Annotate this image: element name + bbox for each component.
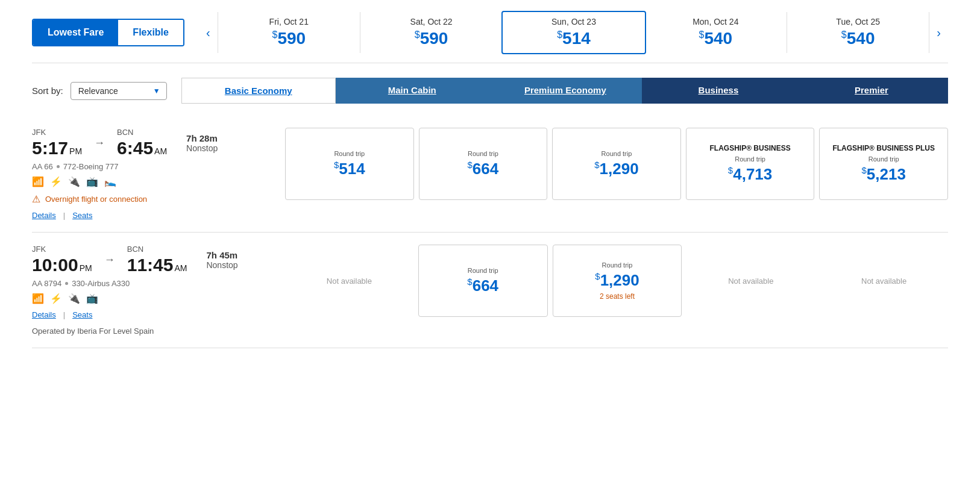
flight-info: JFK 10:00PM → BCN 11:45AM 7h 45m Nonstop… xyxy=(32,245,285,336)
stops: Nonstop xyxy=(186,143,218,153)
date-item-0[interactable]: Fri, Oct 21 $590 xyxy=(218,12,360,53)
date-item-2[interactable]: Sun, Oct 23 $514 xyxy=(501,11,645,54)
fare-label: Round trip xyxy=(868,155,899,163)
flight-row: JFK 10:00PM → BCN 11:45AM 7h 45m Nonstop… xyxy=(32,245,948,336)
usb-icon: 🔌 xyxy=(68,176,80,187)
duration-time: 7h 28m xyxy=(186,133,218,143)
origin-code: JFK xyxy=(32,128,82,137)
overnight-notice: ⚠ Overnight flight or connection xyxy=(32,193,285,205)
fare-card-main[interactable]: Round trip $664 xyxy=(418,245,548,317)
date-item-4[interactable]: Tue, Oct 25 $540 xyxy=(787,12,929,53)
prev-date-arrow[interactable]: ‹ xyxy=(199,26,218,40)
cabin-header-main-cabin[interactable]: Main Cabin xyxy=(336,78,489,104)
seat-icon: 🛌 xyxy=(104,176,116,187)
amenities: 📶 ⚡ 🔌 📺 🛌 xyxy=(32,176,285,187)
date-label: Tue, Oct 25 xyxy=(794,17,922,27)
seats-link[interactable]: Seats xyxy=(72,310,92,319)
origin-block: JFK 5:17PM xyxy=(32,128,82,158)
flight-info: JFK 5:17PM → BCN 6:45AM 7h 28m Nonstop A… xyxy=(32,128,285,220)
fare-label: Round trip xyxy=(468,267,498,274)
fare-card-premium[interactable]: Round trip $1,290 2 seats left xyxy=(553,245,682,317)
next-date-arrow[interactable]: › xyxy=(929,26,948,40)
flight-details-line: AA 8794 330-Airbus A330 xyxy=(32,279,285,288)
fare-card-basic: Not available xyxy=(285,245,413,317)
flagship-title: FLAGSHIP® BUSINESS xyxy=(709,144,790,154)
flight-times: JFK 10:00PM → BCN 11:45AM 7h 45m Nonstop xyxy=(32,245,285,275)
dropdown-arrow-icon: ▼ xyxy=(153,87,160,95)
details-link[interactable]: Details xyxy=(32,310,56,319)
fare-cards: Not available Round trip $664 Round trip… xyxy=(285,245,948,317)
power-icon: ⚡ xyxy=(50,293,62,304)
flexible-button[interactable]: Flexible xyxy=(118,20,183,45)
fare-card-premium[interactable]: Round trip $1,290 xyxy=(552,128,681,200)
date-price: $590 xyxy=(368,29,495,48)
overnight-text: Overnight flight or connection xyxy=(45,195,147,204)
fare-card-main[interactable]: Round trip $664 xyxy=(419,128,548,200)
lowest-fare-button[interactable]: Lowest Fare xyxy=(33,20,118,45)
details-link[interactable]: Details xyxy=(32,211,56,220)
fare-label: Round trip xyxy=(735,155,765,163)
usb-icon: 🔌 xyxy=(68,293,80,304)
date-price: $540 xyxy=(652,29,779,48)
flight-links: Details | Seats xyxy=(32,310,285,319)
tv-icon: 📺 xyxy=(86,293,98,304)
stops: Nonstop xyxy=(206,260,237,270)
arrive-time: 11:45AM xyxy=(127,255,187,275)
sort-value: Relevance xyxy=(78,86,118,96)
destination-block: BCN 11:45AM xyxy=(127,245,187,275)
pipe-divider: | xyxy=(63,211,65,220)
date-label: Sat, Oct 22 xyxy=(368,17,495,27)
fare-price: $4,713 xyxy=(728,165,772,184)
date-navigation: ‹ Fri, Oct 21 $590 Sat, Oct 22 $590 Sun,… xyxy=(199,12,948,53)
wifi-icon: 📶 xyxy=(32,176,44,187)
duration-time: 7h 45m xyxy=(206,250,237,260)
cabin-header-premium-economy[interactable]: Premium Economy xyxy=(489,78,642,104)
fare-price: $664 xyxy=(467,277,498,295)
fare-label: Round trip xyxy=(468,150,498,157)
fare-card-premier[interactable]: FLAGSHIP® BUSINESS PLUS Round trip $5,21… xyxy=(819,128,948,200)
flight-section-1: JFK 10:00PM → BCN 11:45AM 7h 45m Nonstop… xyxy=(32,233,948,348)
fare-cards: Round trip $514 Round trip $664 Round tr… xyxy=(285,128,948,200)
fare-price: $664 xyxy=(468,160,499,178)
flight-number: AA 8794 xyxy=(32,279,61,288)
fare-card-basic[interactable]: Round trip $514 xyxy=(285,128,414,200)
date-label: Mon, Oct 24 xyxy=(652,17,779,27)
pipe-divider: | xyxy=(63,310,65,319)
tv-icon: 📺 xyxy=(86,176,98,187)
dot-divider xyxy=(57,165,60,168)
flight-row: JFK 5:17PM → BCN 6:45AM 7h 28m Nonstop A… xyxy=(32,128,948,220)
destination-block: BCN 6:45AM xyxy=(117,128,167,158)
flight-number: AA 66 xyxy=(32,162,53,171)
not-available-text: Not available xyxy=(327,277,372,286)
date-item-1[interactable]: Sat, Oct 22 $590 xyxy=(360,12,503,53)
fare-price: $514 xyxy=(334,160,365,178)
fare-label: Round trip xyxy=(602,261,633,269)
sort-and-cabin-row: Sort by: Relevance ▼ Basic EconomyMain C… xyxy=(32,78,948,104)
depart-time: 5:17PM xyxy=(32,138,82,158)
origin-block: JFK 10:00PM xyxy=(32,245,92,275)
arrive-time: 6:45AM xyxy=(117,138,167,158)
cabin-header-basic-economy[interactable]: Basic Economy xyxy=(181,78,336,104)
seats-left: 2 seats left xyxy=(600,292,635,301)
depart-time: 10:00PM xyxy=(32,255,92,275)
fare-card-premier: Not available xyxy=(820,245,948,317)
not-available-text: Not available xyxy=(861,277,906,286)
destination-code: BCN xyxy=(117,128,167,137)
warning-icon: ⚠ xyxy=(32,193,40,205)
date-item-3[interactable]: Mon, Oct 24 $540 xyxy=(645,12,787,53)
fare-card-business[interactable]: FLAGSHIP® BUSINESS Round trip $4,713 xyxy=(686,128,815,200)
cabin-header-business[interactable]: Business xyxy=(642,78,795,104)
cabin-header-premier[interactable]: Premier xyxy=(795,78,948,104)
flight-links: Details | Seats xyxy=(32,211,285,220)
sort-select[interactable]: Relevance ▼ xyxy=(71,82,167,100)
sort-label: Sort by: xyxy=(32,86,63,96)
cabin-headers: Basic EconomyMain CabinPremium EconomyBu… xyxy=(181,78,948,104)
date-picker-row: Lowest Fare Flexible ‹ Fri, Oct 21 $590 … xyxy=(32,12,948,63)
aircraft: 772-Boeing 777 xyxy=(63,162,119,171)
fare-type-toggle: Lowest Fare Flexible xyxy=(32,19,184,46)
date-label: Fri, Oct 21 xyxy=(225,17,353,27)
not-available-text: Not available xyxy=(728,277,773,286)
fare-label: Round trip xyxy=(334,150,365,157)
seats-link[interactable]: Seats xyxy=(72,211,92,220)
date-price: $540 xyxy=(794,29,922,48)
